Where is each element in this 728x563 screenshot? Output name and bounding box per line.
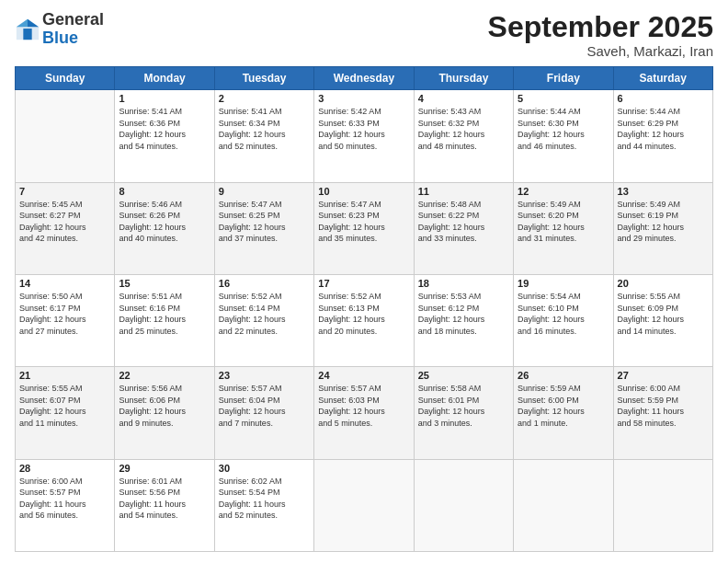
day-info: Sunrise: 5:43 AM Sunset: 6:32 PM Dayligh… [418,106,509,152]
calendar-week-row: 28Sunrise: 6:00 AM Sunset: 5:57 PM Dayli… [16,459,713,551]
calendar-cell: 21Sunrise: 5:55 AM Sunset: 6:07 PM Dayli… [16,367,115,459]
calendar-cell: 27Sunrise: 6:00 AM Sunset: 5:59 PM Dayli… [613,367,712,459]
day-info: Sunrise: 5:50 AM Sunset: 6:17 PM Dayligh… [19,291,110,337]
day-number: 1 [119,93,210,104]
calendar-cell: 24Sunrise: 5:57 AM Sunset: 6:03 PM Dayli… [314,367,414,459]
weekday-header-row: Sunday Monday Tuesday Wednesday Thursday… [16,67,713,90]
day-info: Sunrise: 5:47 AM Sunset: 6:23 PM Dayligh… [318,199,409,245]
calendar-cell: 6Sunrise: 5:44 AM Sunset: 6:29 PM Daylig… [613,90,712,182]
day-number: 27 [618,370,709,381]
header-thursday: Thursday [414,67,513,90]
day-number: 16 [219,278,310,289]
day-info: Sunrise: 5:56 AM Sunset: 6:06 PM Dayligh… [119,383,210,429]
calendar-week-row: 1Sunrise: 5:41 AM Sunset: 6:36 PM Daylig… [16,90,713,182]
day-number: 8 [119,186,210,197]
header-saturday: Saturday [613,67,712,90]
day-number: 20 [618,278,709,289]
day-number: 22 [119,370,210,381]
day-number: 4 [418,93,509,104]
day-info: Sunrise: 5:42 AM Sunset: 6:33 PM Dayligh… [318,106,409,152]
day-number: 30 [219,463,310,474]
calendar-cell: 9Sunrise: 5:47 AM Sunset: 6:25 PM Daylig… [214,182,313,274]
header-friday: Friday [514,67,613,90]
day-number: 15 [119,278,210,289]
calendar-cell: 26Sunrise: 5:59 AM Sunset: 6:00 PM Dayli… [514,367,613,459]
calendar-cell: 8Sunrise: 5:46 AM Sunset: 6:26 PM Daylig… [115,182,214,274]
calendar-cell: 22Sunrise: 5:56 AM Sunset: 6:06 PM Dayli… [115,367,214,459]
calendar-cell [514,459,613,551]
header: General Blue September 2025 Saveh, Marka… [15,11,713,59]
calendar-cell: 15Sunrise: 5:51 AM Sunset: 6:16 PM Dayli… [115,274,214,366]
day-info: Sunrise: 5:55 AM Sunset: 6:09 PM Dayligh… [618,291,709,337]
day-number: 24 [318,370,409,381]
page: General Blue September 2025 Saveh, Marka… [0,0,728,563]
calendar-cell: 7Sunrise: 5:45 AM Sunset: 6:27 PM Daylig… [16,182,115,274]
day-number: 25 [418,370,509,381]
svg-rect-3 [23,29,31,40]
calendar-cell: 11Sunrise: 5:48 AM Sunset: 6:22 PM Dayli… [414,182,513,274]
day-number: 2 [219,93,310,104]
logo-general-text: General [42,10,104,29]
day-number: 19 [518,278,609,289]
calendar-cell: 5Sunrise: 5:44 AM Sunset: 6:30 PM Daylig… [514,90,613,182]
calendar-cell: 2Sunrise: 5:41 AM Sunset: 6:34 PM Daylig… [214,90,313,182]
day-number: 26 [518,370,609,381]
calendar-cell: 29Sunrise: 6:01 AM Sunset: 5:56 PM Dayli… [115,459,214,551]
day-info: Sunrise: 5:57 AM Sunset: 6:03 PM Dayligh… [318,383,409,429]
title-block: September 2025 Saveh, Markazi, Iran [488,11,713,59]
day-number: 21 [19,370,110,381]
calendar-cell [414,459,513,551]
day-info: Sunrise: 5:44 AM Sunset: 6:30 PM Dayligh… [518,106,609,152]
calendar-cell: 12Sunrise: 5:49 AM Sunset: 6:20 PM Dayli… [514,182,613,274]
calendar-cell: 25Sunrise: 5:58 AM Sunset: 6:01 PM Dayli… [414,367,513,459]
calendar-cell: 14Sunrise: 5:50 AM Sunset: 6:17 PM Dayli… [16,274,115,366]
day-info: Sunrise: 5:49 AM Sunset: 6:19 PM Dayligh… [618,199,709,245]
day-info: Sunrise: 5:48 AM Sunset: 6:22 PM Dayligh… [418,199,509,245]
logo-blue-text: Blue [42,29,78,47]
calendar-cell: 23Sunrise: 5:57 AM Sunset: 6:04 PM Dayli… [214,367,313,459]
day-info: Sunrise: 5:55 AM Sunset: 6:07 PM Dayligh… [19,383,110,429]
day-info: Sunrise: 5:57 AM Sunset: 6:04 PM Dayligh… [219,383,310,429]
calendar-cell: 13Sunrise: 5:49 AM Sunset: 6:19 PM Dayli… [613,182,712,274]
header-wednesday: Wednesday [314,67,414,90]
day-number: 7 [19,186,110,197]
calendar-cell: 1Sunrise: 5:41 AM Sunset: 6:36 PM Daylig… [115,90,214,182]
month-title: September 2025 [488,11,713,43]
day-info: Sunrise: 5:54 AM Sunset: 6:10 PM Dayligh… [518,291,609,337]
day-info: Sunrise: 5:47 AM Sunset: 6:25 PM Dayligh… [219,199,310,245]
day-number: 12 [518,186,609,197]
day-info: Sunrise: 5:49 AM Sunset: 6:20 PM Dayligh… [518,199,609,245]
calendar-cell [16,90,115,182]
calendar: Sunday Monday Tuesday Wednesday Thursday… [15,66,713,552]
calendar-cell: 16Sunrise: 5:52 AM Sunset: 6:14 PM Dayli… [214,274,313,366]
day-number: 5 [518,93,609,104]
day-info: Sunrise: 5:44 AM Sunset: 6:29 PM Dayligh… [618,106,709,152]
day-info: Sunrise: 6:01 AM Sunset: 5:56 PM Dayligh… [119,476,210,522]
day-info: Sunrise: 5:45 AM Sunset: 6:27 PM Dayligh… [19,199,110,245]
day-number: 10 [318,186,409,197]
day-number: 18 [418,278,509,289]
day-number: 14 [19,278,110,289]
calendar-week-row: 7Sunrise: 5:45 AM Sunset: 6:27 PM Daylig… [16,182,713,274]
day-info: Sunrise: 6:00 AM Sunset: 5:57 PM Dayligh… [19,476,110,522]
calendar-cell: 4Sunrise: 5:43 AM Sunset: 6:32 PM Daylig… [414,90,513,182]
logo: General Blue [15,11,104,48]
day-number: 9 [219,186,310,197]
header-monday: Monday [115,67,214,90]
day-number: 29 [119,463,210,474]
day-number: 3 [318,93,409,104]
day-info: Sunrise: 5:41 AM Sunset: 6:34 PM Dayligh… [219,106,310,152]
calendar-cell: 18Sunrise: 5:53 AM Sunset: 6:12 PM Dayli… [414,274,513,366]
svg-marker-1 [28,19,39,27]
calendar-cell: 28Sunrise: 6:00 AM Sunset: 5:57 PM Dayli… [16,459,115,551]
logo-icon [15,17,40,42]
calendar-cell [613,459,712,551]
day-info: Sunrise: 5:51 AM Sunset: 6:16 PM Dayligh… [119,291,210,337]
day-number: 17 [318,278,409,289]
calendar-cell: 19Sunrise: 5:54 AM Sunset: 6:10 PM Dayli… [514,274,613,366]
calendar-cell: 20Sunrise: 5:55 AM Sunset: 6:09 PM Dayli… [613,274,712,366]
day-info: Sunrise: 5:52 AM Sunset: 6:14 PM Dayligh… [219,291,310,337]
location: Saveh, Markazi, Iran [488,43,713,59]
day-info: Sunrise: 5:41 AM Sunset: 6:36 PM Dayligh… [119,106,210,152]
day-number: 13 [618,186,709,197]
